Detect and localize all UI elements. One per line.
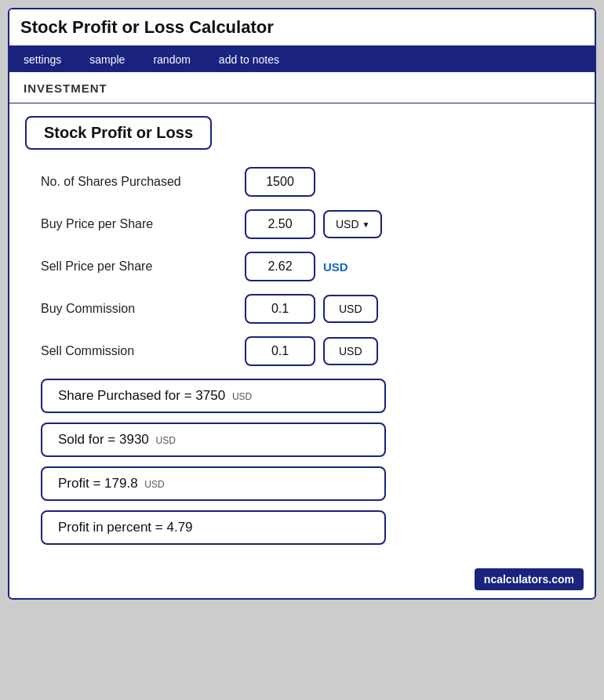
title-bar: Stock Profit or Loss Calculator bbox=[9, 9, 595, 47]
field-label-sell-commission: Sell Commission bbox=[41, 344, 245, 358]
result-profit-unit: USD bbox=[144, 479, 164, 490]
field-label-buy-price: Buy Price per Share bbox=[41, 217, 245, 231]
nav-bar: settings sample random add to notes bbox=[9, 47, 595, 72]
result-profit-percent-equals: = bbox=[155, 520, 167, 535]
result-sold-equals: = bbox=[107, 432, 119, 447]
result-profit-percent-label: Profit in percent bbox=[58, 520, 151, 535]
field-row-shares: No. of Shares Purchased bbox=[25, 167, 579, 197]
field-label-sell-price: Sell Price per Share bbox=[41, 259, 245, 274]
section-label: INVESTMENT bbox=[9, 72, 595, 103]
calculator-body: Stock Profit or Loss No. of Shares Purch… bbox=[9, 103, 595, 560]
result-purchased-value: 3750 bbox=[195, 388, 225, 403]
calc-title-box: Stock Profit or Loss bbox=[25, 116, 212, 150]
results-section: Share Purchased for = 3750 USD Sold for … bbox=[25, 379, 579, 545]
result-sold: Sold for = 3930 USD bbox=[41, 423, 386, 457]
result-profit-percent-value: 4.79 bbox=[166, 520, 192, 535]
result-profit: Profit = 179.8 USD bbox=[41, 466, 386, 501]
result-purchased-unit: USD bbox=[232, 391, 252, 402]
currency-dropdown-label: USD bbox=[336, 218, 359, 230]
result-profit-percent: Profit in percent = 4.79 bbox=[41, 510, 386, 545]
buy-price-input[interactable] bbox=[245, 209, 315, 239]
result-profit-equals: = bbox=[93, 476, 104, 491]
chevron-down-icon: ▼ bbox=[362, 220, 370, 229]
field-label-buy-commission: Buy Commission bbox=[41, 302, 245, 316]
currency-plain-sell: USD bbox=[323, 260, 348, 274]
sell-commission-input[interactable] bbox=[245, 336, 315, 366]
shares-input[interactable] bbox=[245, 167, 315, 197]
field-row-sell-price: Sell Price per Share USD bbox=[25, 252, 579, 281]
result-profit-value: 179.8 bbox=[104, 476, 138, 491]
result-purchased-label: Share Purchased for bbox=[58, 388, 180, 403]
brand-badge: ncalculators.com bbox=[475, 568, 584, 590]
field-label-shares: No. of Shares Purchased bbox=[41, 175, 245, 189]
nav-settings[interactable]: settings bbox=[9, 47, 75, 72]
nav-add-to-notes[interactable]: add to notes bbox=[205, 47, 293, 72]
result-sold-unit: USD bbox=[156, 435, 176, 446]
result-profit-label: Profit bbox=[58, 476, 89, 491]
nav-sample[interactable]: sample bbox=[75, 47, 139, 72]
field-row-buy-price: Buy Price per Share USD ▼ bbox=[25, 209, 579, 239]
result-purchased-equals: = bbox=[184, 388, 196, 403]
currency-box-sell-commission: USD bbox=[323, 337, 378, 365]
buy-commission-input[interactable] bbox=[245, 294, 315, 324]
currency-box-buy-commission: USD bbox=[323, 295, 378, 323]
result-purchased: Share Purchased for = 3750 USD bbox=[41, 379, 386, 413]
field-row-buy-commission: Buy Commission USD bbox=[25, 294, 579, 324]
result-sold-label: Sold for bbox=[58, 432, 104, 447]
calculator-container: Stock Profit or Loss Calculator settings… bbox=[8, 8, 596, 600]
app-title: Stock Profit or Loss Calculator bbox=[20, 17, 274, 37]
nav-random[interactable]: random bbox=[139, 47, 204, 72]
result-sold-value: 3930 bbox=[119, 432, 149, 447]
sell-price-input[interactable] bbox=[245, 252, 315, 281]
field-row-sell-commission: Sell Commission USD bbox=[25, 336, 579, 366]
footer: ncalculators.com bbox=[9, 560, 595, 598]
currency-dropdown-buy[interactable]: USD ▼ bbox=[323, 210, 382, 238]
